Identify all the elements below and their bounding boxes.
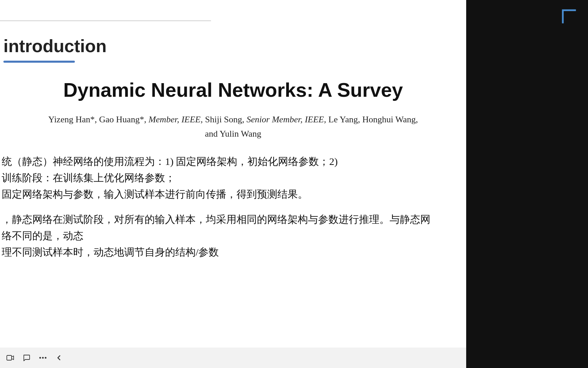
paper-title: Dynamic Neural Networks: A Survey [0, 78, 466, 101]
chinese-line-2: 固定网络架构与参数，输入测试样本进行前向传播，得到预测结果。 [2, 186, 340, 202]
paper-authors: Yizeng Han*, Gao Huang*, Member, IEEE, S… [0, 112, 466, 141]
chinese-paragraph-1: 统（静态）神经网络的使用流程为：1) 固定网络架构，初始化网络参数；2) 训练阶… [2, 153, 340, 202]
chinese-paragraph-2: ，静态网络在测试阶段，对所有的输入样本，均采用相同的网络架构与参数进行推理。与静… [2, 211, 432, 260]
section-title: introduction [3, 36, 107, 56]
back-button[interactable] [52, 351, 66, 365]
section-underline [3, 61, 75, 63]
svg-point-1 [39, 357, 41, 359]
more-button[interactable] [36, 351, 50, 365]
top-divider [0, 20, 211, 21]
chat-button[interactable] [20, 351, 33, 365]
main-slide: introduction Dynamic Neural Networks: A … [0, 0, 466, 368]
chinese-line-3: ，静态网络在测试阶段，对所有的输入样本，均采用相同的网络架构与参数进行推理。与静… [2, 211, 432, 244]
svg-rect-0 [7, 355, 12, 360]
bottom-toolbar [0, 348, 466, 368]
video-button[interactable] [3, 351, 17, 365]
chinese-line-4: 理不同测试样本时，动态地调节自身的结构/参数 [2, 244, 432, 260]
authors-line1: Yizeng Han*, Gao Huang*, Member, IEEE, S… [48, 114, 418, 124]
svg-point-2 [42, 357, 44, 359]
corner-bracket-icon [560, 7, 578, 25]
authors-line2: and Yulin Wang [205, 129, 261, 139]
right-panel [466, 0, 588, 368]
chinese-line-1: 统（静态）神经网络的使用流程为：1) 固定网络架构，初始化网络参数；2) 训练阶… [2, 153, 340, 186]
svg-point-3 [45, 357, 47, 359]
